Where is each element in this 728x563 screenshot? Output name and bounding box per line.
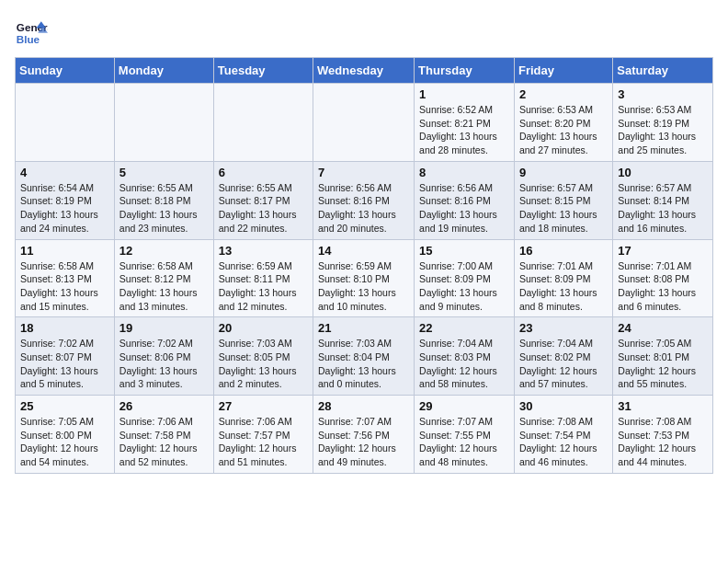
logo-icon: General Blue (15, 15, 48, 48)
day-number: 3 (618, 87, 708, 101)
calendar-cell: 17Sunrise: 7:01 AM Sunset: 8:08 PM Dayli… (613, 239, 713, 317)
day-number: 28 (318, 399, 409, 413)
page-header: General Blue (15, 15, 713, 48)
calendar-cell: 23Sunrise: 7:04 AM Sunset: 8:02 PM Dayli… (514, 317, 612, 396)
day-number: 24 (618, 321, 708, 335)
calendar-cell: 26Sunrise: 7:06 AM Sunset: 7:58 PM Dayli… (114, 396, 213, 474)
day-number: 18 (20, 321, 109, 335)
calendar-cell: 5Sunrise: 6:55 AM Sunset: 8:18 PM Daylig… (114, 161, 213, 239)
calendar-cell: 22Sunrise: 7:04 AM Sunset: 8:03 PM Dayli… (415, 317, 515, 396)
weekday-header: Saturday (613, 58, 713, 84)
svg-text:Blue: Blue (17, 33, 40, 45)
day-detail: Sunrise: 7:07 AM Sunset: 7:56 PM Dayligh… (318, 415, 409, 469)
day-number: 5 (119, 166, 209, 179)
day-number: 11 (20, 244, 109, 258)
day-detail: Sunrise: 7:08 AM Sunset: 7:53 PM Dayligh… (618, 415, 708, 469)
calendar-cell: 14Sunrise: 6:59 AM Sunset: 8:10 PM Dayli… (313, 239, 415, 317)
calendar-table: SundayMondayTuesdayWednesdayThursdayFrid… (15, 57, 713, 474)
day-detail: Sunrise: 7:04 AM Sunset: 8:03 PM Dayligh… (419, 337, 509, 391)
calendar-cell (114, 84, 213, 162)
day-number: 21 (318, 321, 409, 335)
weekday-header: Thursday (415, 58, 515, 84)
calendar-cell: 15Sunrise: 7:00 AM Sunset: 8:09 PM Dayli… (415, 239, 515, 317)
day-number: 8 (419, 166, 509, 179)
day-detail: Sunrise: 6:55 AM Sunset: 8:18 PM Dayligh… (119, 181, 209, 236)
day-detail: Sunrise: 7:07 AM Sunset: 7:55 PM Dayligh… (419, 415, 509, 469)
day-number: 1 (419, 87, 509, 101)
day-number: 27 (219, 399, 308, 413)
day-number: 29 (419, 399, 509, 413)
calendar-cell: 28Sunrise: 7:07 AM Sunset: 7:56 PM Dayli… (313, 396, 415, 474)
day-detail: Sunrise: 7:06 AM Sunset: 7:57 PM Dayligh… (219, 415, 308, 469)
calendar-cell: 31Sunrise: 7:08 AM Sunset: 7:53 PM Dayli… (613, 396, 713, 474)
calendar-cell: 25Sunrise: 7:05 AM Sunset: 8:00 PM Dayli… (16, 396, 115, 474)
day-number: 15 (419, 244, 509, 258)
day-detail: Sunrise: 6:57 AM Sunset: 8:15 PM Dayligh… (519, 181, 608, 236)
day-detail: Sunrise: 7:01 AM Sunset: 8:08 PM Dayligh… (618, 259, 708, 314)
calendar-cell (213, 84, 313, 162)
day-number: 2 (519, 87, 608, 101)
calendar-cell: 30Sunrise: 7:08 AM Sunset: 7:54 PM Dayli… (514, 396, 612, 474)
calendar-cell: 13Sunrise: 6:59 AM Sunset: 8:11 PM Dayli… (213, 239, 313, 317)
calendar-cell: 21Sunrise: 7:03 AM Sunset: 8:04 PM Dayli… (313, 317, 415, 396)
weekday-header: Friday (514, 58, 612, 84)
day-detail: Sunrise: 7:02 AM Sunset: 8:06 PM Dayligh… (119, 337, 209, 391)
calendar-cell: 8Sunrise: 6:56 AM Sunset: 8:16 PM Daylig… (415, 161, 515, 239)
weekday-header: Sunday (16, 58, 115, 84)
day-detail: Sunrise: 6:57 AM Sunset: 8:14 PM Dayligh… (618, 181, 708, 236)
day-detail: Sunrise: 7:06 AM Sunset: 7:58 PM Dayligh… (119, 415, 209, 469)
calendar-cell: 3Sunrise: 6:53 AM Sunset: 8:19 PM Daylig… (613, 84, 713, 162)
day-detail: Sunrise: 7:02 AM Sunset: 8:07 PM Dayligh… (20, 337, 109, 391)
day-number: 31 (618, 399, 708, 413)
calendar-cell: 1Sunrise: 6:52 AM Sunset: 8:21 PM Daylig… (415, 84, 515, 162)
day-detail: Sunrise: 6:53 AM Sunset: 8:19 PM Dayligh… (618, 103, 708, 157)
day-number: 13 (219, 244, 308, 258)
day-number: 6 (219, 166, 308, 179)
day-detail: Sunrise: 7:05 AM Sunset: 8:00 PM Dayligh… (20, 415, 109, 469)
day-number: 25 (20, 399, 109, 413)
day-number: 14 (318, 244, 409, 258)
day-number: 16 (519, 244, 608, 258)
calendar-cell: 12Sunrise: 6:58 AM Sunset: 8:12 PM Dayli… (114, 239, 213, 317)
day-number: 12 (119, 244, 209, 258)
calendar-cell: 18Sunrise: 7:02 AM Sunset: 8:07 PM Dayli… (16, 317, 115, 396)
day-number: 30 (519, 399, 608, 413)
calendar-cell: 16Sunrise: 7:01 AM Sunset: 8:09 PM Dayli… (514, 239, 612, 317)
day-detail: Sunrise: 6:55 AM Sunset: 8:17 PM Dayligh… (219, 181, 308, 236)
day-detail: Sunrise: 6:58 AM Sunset: 8:12 PM Dayligh… (119, 259, 209, 314)
day-number: 19 (119, 321, 209, 335)
day-detail: Sunrise: 6:58 AM Sunset: 8:13 PM Dayligh… (20, 259, 109, 314)
calendar-cell (313, 84, 415, 162)
calendar-header: SundayMondayTuesdayWednesdayThursdayFrid… (16, 58, 713, 84)
calendar-cell: 20Sunrise: 7:03 AM Sunset: 8:05 PM Dayli… (213, 317, 313, 396)
day-number: 20 (219, 321, 308, 335)
day-number: 4 (20, 166, 109, 179)
day-detail: Sunrise: 7:00 AM Sunset: 8:09 PM Dayligh… (419, 259, 509, 314)
day-detail: Sunrise: 7:05 AM Sunset: 8:01 PM Dayligh… (618, 337, 708, 391)
calendar-cell: 4Sunrise: 6:54 AM Sunset: 8:19 PM Daylig… (16, 161, 115, 239)
calendar-cell: 6Sunrise: 6:55 AM Sunset: 8:17 PM Daylig… (213, 161, 313, 239)
logo: General Blue (15, 15, 48, 48)
calendar-cell: 24Sunrise: 7:05 AM Sunset: 8:01 PM Dayli… (613, 317, 713, 396)
day-number: 9 (519, 166, 608, 179)
calendar-cell: 27Sunrise: 7:06 AM Sunset: 7:57 PM Dayli… (213, 396, 313, 474)
calendar-cell: 2Sunrise: 6:53 AM Sunset: 8:20 PM Daylig… (514, 84, 612, 162)
calendar-cell: 29Sunrise: 7:07 AM Sunset: 7:55 PM Dayli… (415, 396, 515, 474)
day-number: 26 (119, 399, 209, 413)
weekday-header: Tuesday (213, 58, 313, 84)
day-detail: Sunrise: 6:54 AM Sunset: 8:19 PM Dayligh… (20, 181, 109, 236)
day-detail: Sunrise: 6:53 AM Sunset: 8:20 PM Dayligh… (519, 103, 608, 157)
calendar-cell: 10Sunrise: 6:57 AM Sunset: 8:14 PM Dayli… (613, 161, 713, 239)
day-detail: Sunrise: 7:04 AM Sunset: 8:02 PM Dayligh… (519, 337, 608, 391)
day-number: 23 (519, 321, 608, 335)
calendar-cell (16, 84, 115, 162)
calendar-cell: 11Sunrise: 6:58 AM Sunset: 8:13 PM Dayli… (16, 239, 115, 317)
day-detail: Sunrise: 6:59 AM Sunset: 8:10 PM Dayligh… (318, 259, 409, 314)
day-detail: Sunrise: 6:59 AM Sunset: 8:11 PM Dayligh… (219, 259, 308, 314)
day-number: 10 (618, 166, 708, 179)
day-detail: Sunrise: 6:52 AM Sunset: 8:21 PM Dayligh… (419, 103, 509, 157)
calendar-cell: 9Sunrise: 6:57 AM Sunset: 8:15 PM Daylig… (514, 161, 612, 239)
calendar-cell: 19Sunrise: 7:02 AM Sunset: 8:06 PM Dayli… (114, 317, 213, 396)
day-number: 17 (618, 244, 708, 258)
weekday-header: Monday (114, 58, 213, 84)
